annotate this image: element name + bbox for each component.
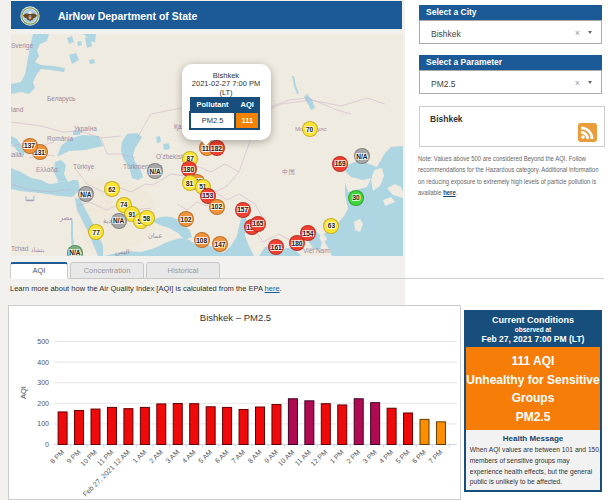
- svg-text:中国: 中国: [282, 168, 295, 175]
- svg-text:عمان: عمان: [148, 232, 163, 239]
- svg-text:4 AM: 4 AM: [181, 448, 197, 464]
- svg-text:2 PM: 2 PM: [345, 448, 362, 465]
- svg-text:400: 400: [37, 359, 49, 366]
- svg-text:بتشاد: بتشاد: [31, 247, 45, 253]
- svg-text:Sverige: Sverige: [11, 42, 33, 50]
- svg-text:10 PM: 10 PM: [79, 448, 98, 467]
- svg-text:0: 0: [45, 441, 49, 448]
- svg-text:7 AM: 7 AM: [230, 448, 246, 464]
- svg-text:4 PM: 4 PM: [378, 448, 395, 465]
- svg-text:land: land: [11, 106, 24, 113]
- svg-text:8 AM: 8 AM: [246, 448, 262, 464]
- svg-text:Беларусь: Беларусь: [47, 95, 76, 103]
- svg-text:5 PM: 5 PM: [394, 448, 411, 465]
- svg-text:مصر: مصر: [59, 214, 73, 222]
- svg-text:2 AM: 2 AM: [148, 448, 164, 464]
- svg-text:12 PM: 12 PM: [309, 448, 328, 467]
- svg-text:Україна: Україна: [74, 125, 97, 133]
- svg-text:Việt Nam: Việt Nam: [303, 247, 330, 254]
- svg-text:300: 300: [37, 379, 49, 386]
- svg-text:ليبيا: ليبيا: [25, 195, 35, 202]
- svg-text:Italia: Italia: [11, 151, 22, 158]
- svg-text:3 PM: 3 PM: [361, 448, 378, 465]
- svg-text:Ελλάδα: Ελλάδα: [36, 166, 58, 173]
- svg-text:اليمن: اليمن: [115, 248, 130, 256]
- svg-text:Tchad: Tchad: [11, 245, 29, 252]
- svg-text:5 AM: 5 AM: [197, 448, 213, 464]
- svg-text:10 AM: 10 AM: [277, 448, 296, 467]
- svg-text:1 AM: 1 AM: [131, 448, 147, 464]
- svg-text:200: 200: [37, 400, 49, 407]
- svg-text:100: 100: [37, 420, 49, 427]
- svg-text:1 PM: 1 PM: [328, 448, 345, 465]
- svg-text:AQI: AQI: [19, 386, 28, 399]
- svg-text:8 PM: 8 PM: [49, 448, 66, 465]
- svg-text:500: 500: [37, 338, 49, 345]
- svg-text:7 PM: 7 PM: [427, 448, 444, 465]
- svg-text:6 PM: 6 PM: [411, 448, 428, 465]
- svg-text:România: România: [47, 135, 73, 142]
- svg-text:3 AM: 3 AM: [164, 448, 180, 464]
- svg-text:Türkiye: Türkiye: [73, 163, 95, 171]
- svg-text:6 AM: 6 AM: [214, 448, 230, 464]
